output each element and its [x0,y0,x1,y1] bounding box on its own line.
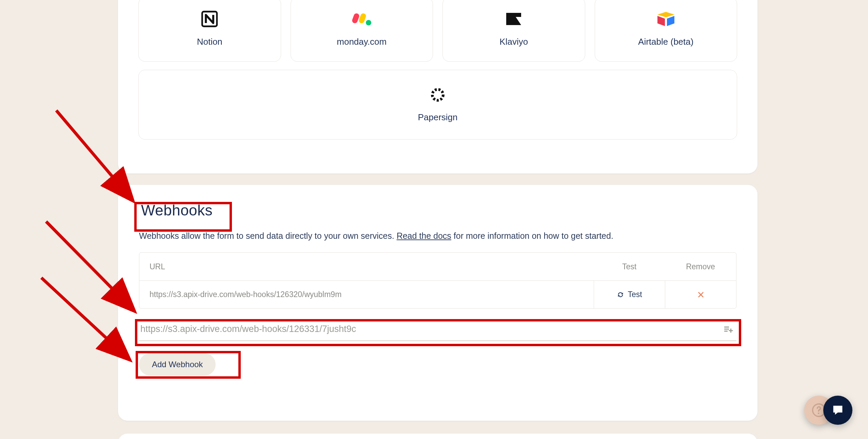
integration-label: Papersign [418,112,457,123]
svg-line-12 [41,278,128,358]
webhooks-desc-text: Webhooks allow the form to send data dir… [139,231,397,241]
webhooks-title: Webhooks [139,201,215,220]
webhooks-description: Webhooks allow the form to send data dir… [139,231,736,241]
integration-label: monday.com [337,37,387,47]
svg-point-4 [432,89,443,100]
integration-card-monday[interactable]: monday.com [291,0,433,62]
integration-card-notion[interactable]: Notion [138,0,281,62]
webhooks-panel: Webhooks Webhooks allow the form to send… [118,185,757,421]
chat-fab[interactable] [823,396,852,425]
remove-webhook-button[interactable] [665,281,736,308]
papersign-icon [430,87,446,103]
col-url: URL [139,262,594,271]
test-webhook-button[interactable]: Test [594,281,665,308]
col-remove: Remove [665,253,736,280]
monday-icon [352,9,372,29]
close-icon [697,291,705,298]
svg-rect-7 [724,331,728,332]
webhook-input-wrap [139,317,736,341]
table-header-row: URL Test Remove [139,253,736,280]
table-row: https://s3.apix-drive.com/web-hooks/1263… [139,280,736,308]
integration-label: Notion [197,37,222,47]
support-fabs [804,396,852,425]
read-docs-link[interactable]: Read the docs [397,231,451,241]
webhooks-desc-text: for more information on how to get start… [451,231,613,241]
chat-icon [831,403,845,417]
klaviyo-icon [504,9,524,29]
notion-icon [199,9,220,29]
svg-rect-1 [352,13,360,24]
integration-label: Klaviyo [499,37,528,47]
svg-rect-6 [724,329,729,330]
svg-rect-9 [729,330,733,331]
list-add-icon [724,325,733,333]
next-panel [118,434,757,439]
svg-point-14 [818,413,819,414]
svg-rect-2 [358,13,367,24]
svg-rect-5 [724,327,729,328]
svg-point-3 [366,20,371,25]
integration-card-airtable[interactable]: Airtable (beta) [595,0,737,62]
test-label: Test [628,290,642,299]
add-webhook-button[interactable]: Add Webhook [139,353,216,376]
col-test: Test [594,253,665,280]
integration-label: Airtable (beta) [638,37,693,47]
integrations-panel: Notion monday.com Klaviy [118,0,757,173]
webhooks-table: URL Test Remove https://s3.apix-drive.co… [139,252,736,309]
webhook-url-cell: https://s3.apix-drive.com/web-hooks/1263… [139,290,594,299]
airtable-icon [656,9,676,29]
webhook-url-input[interactable] [139,317,736,341]
integration-card-klaviyo[interactable]: Klaviyo [442,0,585,62]
refresh-icon [617,291,624,298]
integration-card-papersign[interactable]: Papersign [138,70,737,140]
